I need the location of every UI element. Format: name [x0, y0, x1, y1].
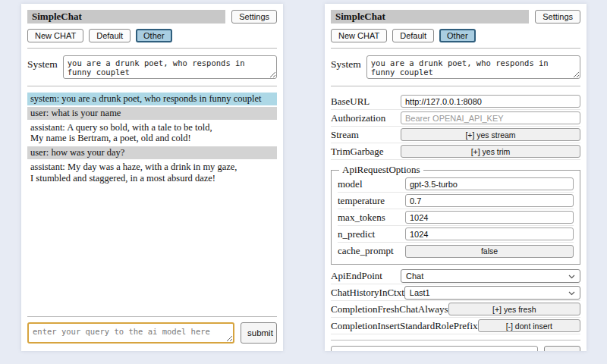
setting-row-baseurl: BaseURL	[331, 93, 580, 110]
completion-fresh-toggle-button[interactable]: [+] yes fresh	[448, 303, 580, 315]
setting-row-completion-insert: CompletionInsertStandardRolePrefix [-] d…	[331, 318, 580, 334]
baseurl-input[interactable]	[401, 95, 580, 108]
temperature-input[interactable]	[405, 194, 574, 207]
trimgarbage-toggle-button[interactable]: [+] yes trim	[401, 145, 580, 158]
stream-label: Stream	[331, 129, 359, 141]
chat-message-assistant: assistant: My day was a haze, with a dri…	[27, 161, 277, 185]
query-input[interactable]	[331, 346, 538, 351]
cache-prompt-label: cache_prompt	[338, 245, 394, 257]
settings-button[interactable]: Settings	[231, 10, 277, 24]
setting-row-max-tokens: max_tokens	[338, 209, 574, 226]
divider	[331, 48, 580, 49]
setting-row-stream: Stream [+] yes stream	[331, 127, 580, 143]
app-title: SimpleChat	[27, 10, 225, 24]
session-row: New CHAT Default Other	[331, 29, 580, 42]
session-button-default[interactable]: Default	[392, 29, 434, 42]
submit-button[interactable]: submit	[544, 346, 580, 351]
divider	[27, 48, 277, 49]
divider	[331, 340, 580, 340]
trimgarbage-label: TrimGarbage	[331, 146, 384, 158]
title-row: SimpleChat Settings	[331, 10, 580, 24]
app-title: SimpleChat	[331, 10, 529, 24]
system-prompt-input[interactable]: you are a drunk poet, who responds in fu…	[366, 55, 580, 79]
chat-message-assistant: assistant: A query so bold, with a tale …	[27, 121, 277, 146]
spacer	[27, 186, 277, 311]
authorization-label: Authorization	[331, 112, 385, 124]
chat-message-user: user: what is your name	[27, 107, 277, 120]
system-prompt-row: System you are a drunk poet, who respond…	[27, 55, 277, 79]
setting-row-authorization: Authorization	[331, 110, 580, 127]
completion-fresh-label: CompletionFreshChatAlways	[331, 303, 448, 315]
divider	[27, 316, 277, 317]
settings-list: BaseURL Authorization Stream [+] yes str…	[331, 93, 580, 334]
baseurl-label: BaseURL	[331, 96, 370, 108]
model-input[interactable]	[405, 177, 574, 190]
chevron-down-icon	[568, 288, 575, 297]
api-endpoint-selected-value: Chat	[406, 271, 423, 281]
chat-message-system: system: you are a drunk poet, who respon…	[27, 93, 277, 105]
query-row: submit	[331, 346, 580, 351]
chat-history-label: ChatHistoryInCtxt	[331, 287, 404, 299]
divider	[331, 86, 580, 86]
session-button-other[interactable]: Other	[136, 29, 172, 42]
api-endpoint-select[interactable]: Chat	[401, 269, 580, 283]
session-row: New CHAT Default Other	[27, 29, 277, 42]
setting-row-chat-history: ChatHistoryInCtxt Last1	[331, 284, 580, 301]
settings-button[interactable]: Settings	[535, 10, 580, 24]
title-row: SimpleChat Settings	[27, 10, 277, 24]
setting-row-api-endpoint: ApiEndPoint Chat	[331, 268, 580, 284]
setting-row-model: model	[338, 176, 574, 193]
divider	[27, 86, 277, 86]
settings-panel: SimpleChat Settings New CHAT Default Oth…	[325, 4, 587, 351]
session-button-other[interactable]: Other	[439, 29, 476, 42]
completion-insert-label: CompletionInsertStandardRolePrefix	[331, 320, 478, 332]
stream-toggle-button[interactable]: [+] yes stream	[401, 128, 580, 141]
max-tokens-input[interactable]	[405, 211, 574, 224]
submit-button[interactable]: submit	[241, 322, 277, 344]
query-input[interactable]	[27, 322, 234, 344]
system-prompt-row: System you are a drunk poet, who respond…	[331, 55, 580, 79]
setting-row-trimgarbage: TrimGarbage [+] yes trim	[331, 143, 580, 160]
chat-message-user: user: how was your day?	[27, 146, 277, 159]
max-tokens-label: max_tokens	[338, 212, 385, 224]
api-request-options-fieldset: ApiRequestOptions model temperature max_…	[331, 164, 580, 265]
model-label: model	[338, 178, 363, 190]
system-label: System	[331, 55, 361, 79]
chat-panel: SimpleChat Settings New CHAT Default Oth…	[21, 4, 283, 351]
chevron-down-icon	[568, 271, 575, 281]
new-chat-button[interactable]: New CHAT	[27, 29, 83, 42]
setting-row-n-predict: n_predict	[338, 226, 574, 243]
n-predict-input[interactable]	[405, 228, 574, 240]
setting-row-temperature: temperature	[338, 193, 574, 209]
temperature-label: temperature	[338, 195, 385, 207]
completion-insert-toggle-button[interactable]: [-] dont insert	[478, 319, 580, 332]
query-row: submit	[27, 322, 277, 344]
cache-prompt-toggle-button[interactable]: false	[405, 245, 574, 258]
system-prompt-input[interactable]: you are a drunk poet, who responds in fu…	[63, 55, 277, 79]
chat-history-select[interactable]: Last1	[404, 286, 580, 300]
chat-history-selected-value: Last1	[410, 288, 430, 297]
api-request-options-legend: ApiRequestOptions	[339, 164, 423, 176]
api-endpoint-label: ApiEndPoint	[331, 270, 382, 282]
new-chat-button[interactable]: New CHAT	[331, 29, 387, 42]
setting-row-completion-fresh: CompletionFreshChatAlways [+] yes fresh	[331, 301, 580, 318]
authorization-input[interactable]	[401, 111, 580, 124]
system-label: System	[27, 55, 58, 79]
session-button-default[interactable]: Default	[89, 29, 131, 42]
chat-message-list: system: you are a drunk poet, who respon…	[27, 93, 277, 186]
n-predict-label: n_predict	[338, 228, 375, 240]
setting-row-cache-prompt: cache_prompt false	[338, 243, 574, 259]
